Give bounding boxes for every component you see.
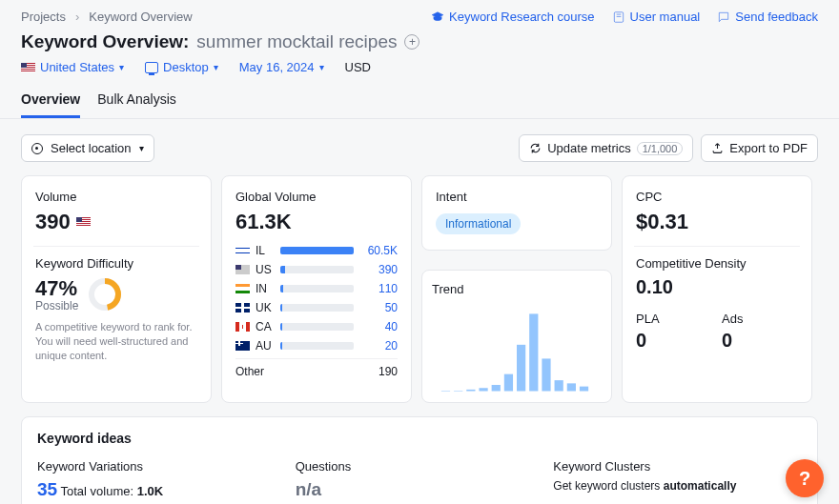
gv-country: IL: [256, 244, 275, 257]
ki-variations-count[interactable]: 35: [37, 479, 57, 499]
ki-questions: Questions n/a: [296, 459, 544, 500]
kd-rating: Possible: [35, 299, 78, 312]
tab-bulk-analysis[interactable]: Bulk Analysis: [97, 84, 175, 118]
svg-rect-14: [555, 380, 563, 391]
link-course[interactable]: Keyword Research course: [431, 10, 594, 24]
gv-row: IL60.5K: [235, 244, 398, 257]
kd-description: A competitive keyword to rank for. You w…: [35, 320, 197, 363]
comp-density-value: 0.10: [636, 276, 798, 298]
book-icon: [612, 10, 625, 24]
gv-value[interactable]: 390: [359, 263, 398, 276]
volume-value: 390: [35, 210, 71, 234]
gv-country: CA: [256, 320, 275, 333]
svg-rect-7: [466, 390, 475, 392]
card-keyword-ideas: Keyword ideas Keyword Variations 35 Tota…: [21, 416, 818, 504]
flag-us-icon: [76, 217, 91, 227]
global-volume-label: Global Volume: [235, 190, 398, 204]
chevron-down-icon: ▾: [119, 62, 124, 72]
svg-rect-13: [542, 358, 550, 391]
svg-rect-5: [441, 391, 450, 392]
gv-value[interactable]: 110: [359, 282, 398, 295]
trend-chart: [432, 304, 602, 392]
svg-rect-9: [492, 385, 501, 391]
svg-rect-16: [580, 387, 588, 392]
flag-au-icon: [235, 341, 250, 351]
export-icon: [711, 142, 724, 154]
ki-clusters-label: Keyword Clusters: [553, 459, 802, 474]
flag-us-icon: [235, 265, 250, 274]
keyword-text: summer mocktail recipes: [196, 31, 397, 52]
refresh-icon: [529, 142, 542, 154]
cpc-label: CPC: [636, 190, 798, 204]
page-title: Keyword Overview:: [21, 31, 189, 52]
ki-variations: Keyword Variations 35 Total volume: 1.0K: [37, 459, 286, 500]
card-volume: Volume 390 Keyword Difficulty 47% Possib…: [21, 175, 212, 403]
update-metrics-button[interactable]: Update metrics 1/1,000: [519, 134, 693, 162]
gv-country: IN: [256, 282, 275, 295]
kd-donut-icon: [88, 277, 122, 312]
breadcrumb-projects[interactable]: Projects: [21, 10, 66, 24]
kd-percent: 47%: [35, 276, 78, 301]
gv-value[interactable]: 40: [359, 320, 398, 333]
svg-rect-11: [517, 345, 525, 392]
chat-icon: [717, 10, 730, 24]
card-cpc: CPC $0.31 Competitive Density 0.10 PLA 0…: [622, 175, 812, 403]
gv-other-value: 190: [379, 365, 398, 378]
svg-rect-8: [479, 388, 487, 391]
flag-us-icon: [21, 63, 35, 72]
add-keyword-button[interactable]: +: [404, 34, 420, 50]
gv-value[interactable]: 20: [359, 339, 398, 353]
link-manual[interactable]: User manual: [612, 10, 701, 24]
gv-bar: [280, 247, 354, 254]
gv-bar: [280, 323, 354, 331]
currency-label: USD: [345, 60, 371, 74]
svg-rect-12: [529, 313, 538, 391]
card-global-volume: Global Volume 61.3K IL60.5KUS390IN110UK5…: [221, 175, 412, 403]
help-fab[interactable]: ?: [786, 459, 824, 497]
intent-value: Informational: [436, 213, 521, 234]
volume-label: Volume: [35, 190, 197, 204]
breadcrumb: Projects › Keyword Overview: [21, 10, 193, 24]
gv-country: AU: [256, 339, 275, 353]
ki-clusters: Keyword Clusters Get keyword clusters au…: [553, 459, 802, 500]
global-volume-value: 61.3K: [235, 210, 398, 234]
card-intent: Intent Informational: [421, 175, 612, 251]
svg-rect-15: [567, 383, 576, 391]
intent-label: Intent: [436, 190, 598, 204]
ki-variations-total-value: 1.0K: [137, 484, 163, 498]
keyword-ideas-title: Keyword ideas: [37, 431, 802, 446]
gv-value[interactable]: 60.5K: [359, 244, 398, 257]
filter-date[interactable]: May 16, 2024 ▾: [239, 60, 324, 74]
ki-clusters-desc: Get keyword clusters automatically: [553, 479, 802, 493]
select-location-button[interactable]: Select location ▾: [21, 134, 154, 162]
filter-device[interactable]: Desktop ▾: [145, 60, 218, 74]
link-feedback[interactable]: Send feedback: [717, 10, 818, 24]
filter-country[interactable]: United States ▾: [21, 60, 124, 74]
gv-other-label: Other: [235, 365, 264, 378]
cpc-value: $0.31: [636, 210, 798, 234]
ads-value: 0: [722, 330, 798, 352]
pla-value: 0: [636, 330, 712, 352]
flag-in-icon: [235, 284, 250, 293]
chevron-down-icon: ▾: [139, 143, 144, 153]
gv-row: CA40: [235, 320, 398, 333]
gv-bar: [280, 285, 354, 292]
ki-questions-label: Questions: [296, 459, 544, 474]
gv-row: UK50: [235, 301, 398, 314]
gv-country: US: [256, 263, 275, 276]
pla-label: PLA: [636, 312, 712, 326]
gv-value[interactable]: 50: [359, 301, 398, 314]
top-links: Keyword Research course User manual Send…: [431, 10, 818, 24]
ki-questions-value: n/a: [296, 479, 544, 500]
graduation-icon: [431, 10, 444, 24]
breadcrumb-current: Keyword Overview: [89, 10, 192, 24]
ads-label: Ads: [722, 312, 798, 326]
tab-overview[interactable]: Overview: [21, 84, 80, 118]
gv-country: UK: [256, 301, 275, 314]
desktop-icon: [145, 62, 158, 73]
chevron-down-icon: ▾: [214, 62, 218, 72]
svg-rect-10: [504, 374, 513, 392]
gv-bar: [280, 266, 354, 273]
gv-row: AU20: [235, 339, 398, 353]
export-pdf-button[interactable]: Export to PDF: [701, 134, 818, 162]
